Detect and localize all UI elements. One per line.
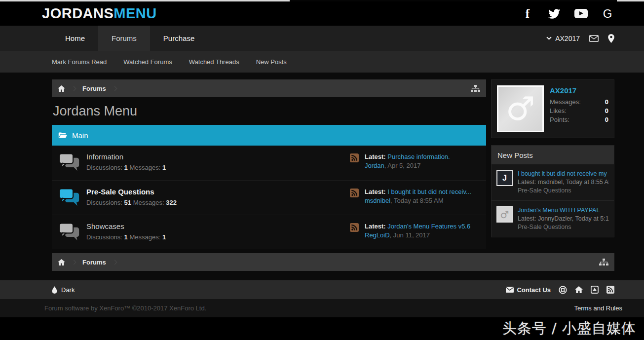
new-post-forum: Pre-Sale Questions	[518, 187, 609, 195]
latest-thread-link[interactable]: Purchase information.	[387, 153, 450, 160]
inbox-icon[interactable]	[589, 35, 599, 42]
rss-icon[interactable]	[350, 153, 359, 162]
category-title: Main	[72, 131, 88, 140]
twitter-icon[interactable]	[547, 7, 561, 21]
sitemap-icon[interactable]	[599, 259, 608, 266]
forum-stats: Discussions: 1 Messages: 1	[86, 233, 350, 241]
avatar[interactable]: ♂	[496, 206, 513, 223]
nav-tabs: Home Forums Purchase	[52, 26, 208, 51]
style-chooser[interactable]: Dark	[52, 286, 75, 294]
breadcrumb-forums[interactable]: Forums	[82, 259, 106, 266]
footer-bar: Dark Contact Us	[0, 280, 644, 299]
folder-open-icon	[58, 132, 67, 139]
breadcrumb-separator	[112, 260, 117, 264]
sitemap-icon[interactable]	[471, 85, 480, 92]
new-post-meta: Latest: msdnibel, Today at 8:55 AM	[518, 178, 609, 187]
forum-title-link[interactable]: Information	[86, 152, 123, 161]
new-post-thread-link[interactable]: Jordan's Menu WITH PAYPAL	[518, 206, 609, 215]
latest-post: Latest: I bought it but did not receiv..…	[365, 187, 479, 205]
comments-icon	[59, 153, 79, 171]
logo-primary: JORDANS	[42, 5, 114, 21]
style-label: Dark	[61, 286, 75, 294]
latest-post: Latest: Jordan's Menu Features v5.6 RegL…	[365, 222, 479, 240]
tab-home[interactable]: Home	[52, 26, 98, 51]
account-username: AX2017	[555, 35, 580, 42]
chevron-down-icon	[546, 37, 552, 40]
stat-messages: Messages:0	[550, 98, 608, 106]
latest-post: Latest: Purchase information. Jordan, Ap…	[365, 152, 479, 170]
breadcrumb-separator	[112, 86, 117, 91]
subnav-new-posts[interactable]: New Posts	[256, 58, 287, 66]
forum-stats: Discussions: 1 Messages: 1	[86, 164, 350, 171]
main-nav: Home Forums Purchase AX2017	[0, 26, 644, 51]
watermark-text: 头条号 / 小盛自媒体	[502, 319, 636, 339]
forum-row-pre-sale-questions: Pre-Sale Questions Discussions: 51 Messa…	[52, 180, 486, 215]
legal-row: Forum software by XenForo™ ©2010-2017 Xe…	[0, 299, 644, 317]
forum-row-showcases: Showcases Discussions: 1 Messages: 1 Lat…	[52, 215, 486, 249]
subnav-watched-forums[interactable]: Watched Forums	[123, 58, 172, 66]
location-pin-icon[interactable]	[608, 34, 614, 43]
breadcrumb-separator	[72, 260, 76, 264]
comments-unread-icon	[59, 188, 79, 206]
breadcrumb: Forums	[52, 79, 486, 97]
rss-icon[interactable]	[606, 286, 614, 294]
subnav-watched-threads[interactable]: Watched Threads	[189, 58, 239, 66]
latest-user-link[interactable]: Jordan	[365, 162, 384, 169]
new-post-item: J I bought it but did not receive my ...…	[492, 164, 614, 200]
latest-user-link[interactable]: msdnibel	[365, 197, 390, 204]
new-posts-panel: New Posts J I bought it but did not rece…	[491, 145, 614, 237]
forum-title-link[interactable]: Pre-Sale Questions	[86, 188, 154, 196]
contact-us-link[interactable]: Contact Us	[506, 286, 551, 294]
breadcrumb-forums[interactable]: Forums	[82, 85, 106, 92]
latest-thread-link[interactable]: Jordan's Menu Features v5.6	[387, 223, 470, 230]
sidebar-username[interactable]: AX2017	[550, 86, 608, 95]
breadcrumb-separator	[72, 86, 76, 91]
tab-forums[interactable]: Forums	[98, 26, 150, 51]
breadcrumb-bottom: Forums	[52, 253, 614, 271]
logo-accent: MENU	[114, 5, 156, 21]
subnav-mark-forums-read[interactable]: Mark Forums Read	[52, 58, 107, 66]
latest-thread-link[interactable]: I bought it but did not receiv...	[387, 188, 471, 195]
latest-user-link[interactable]: RegLoiD	[365, 231, 390, 239]
page-content: Forums Jordans Menu Main	[0, 73, 644, 280]
forum-title-link[interactable]: Showcases	[86, 222, 124, 230]
tab-purchase[interactable]: Purchase	[150, 26, 208, 51]
avatar[interactable]: ♂	[497, 85, 544, 132]
youtube-play-shape	[574, 9, 588, 18]
forum-stats: Discussions: 51 Messages: 322	[86, 199, 350, 206]
terms-and-rules-link[interactable]: Terms and Rules	[574, 304, 622, 312]
account-menu[interactable]: AX2017	[546, 35, 580, 42]
account-area: AX2017	[546, 26, 614, 51]
visitor-panel: ♂ AX2017 Messages:0 Likes:0 Points:0	[491, 79, 614, 138]
copyright-text: Forum software by XenForo™ ©2010-2017 Xe…	[44, 304, 206, 312]
envelope-icon	[506, 287, 514, 293]
home-icon[interactable]	[58, 85, 65, 92]
site-logo[interactable]: JORDANSMENU	[42, 5, 157, 22]
rss-icon[interactable]	[350, 189, 359, 197]
google-icon[interactable]: G	[601, 7, 614, 21]
new-post-item: ♂ Jordan's Menu WITH PAYPAL Latest: Jonn…	[492, 200, 614, 237]
new-post-forum: Pre-Sale Questions	[518, 223, 609, 231]
new-post-thread-link[interactable]: I bought it but did not receive my ...	[518, 170, 609, 178]
social-links: f G	[521, 7, 619, 21]
header: JORDANSMENU f G	[0, 1, 644, 26]
stat-likes: Likes:0	[550, 107, 608, 114]
forum-list: Information Discussions: 1 Messages: 1 L…	[52, 146, 486, 249]
rss-icon[interactable]	[350, 223, 359, 232]
forum-row-information: Information Discussions: 1 Messages: 1 L…	[52, 146, 486, 180]
facebook-icon[interactable]: f	[521, 7, 534, 21]
home-icon[interactable]	[58, 259, 65, 265]
category-main[interactable]: Main	[52, 125, 486, 146]
youtube-icon[interactable]	[574, 7, 588, 21]
new-post-meta: Latest: JonnyDazler, Today at 5:1...	[518, 215, 609, 223]
stat-points: Points:0	[550, 116, 608, 123]
comments-icon	[59, 223, 79, 241]
sub-nav: Mark Forums Read Watched Forums Watched …	[0, 51, 644, 73]
home-icon[interactable]	[575, 286, 583, 293]
contact-us-label: Contact Us	[517, 286, 551, 294]
help-icon[interactable]	[559, 286, 567, 294]
page-title: Jordans Menu	[53, 104, 486, 119]
new-posts-title: New Posts	[492, 146, 614, 164]
top-icon[interactable]	[591, 286, 599, 294]
avatar[interactable]: J	[496, 170, 513, 186]
